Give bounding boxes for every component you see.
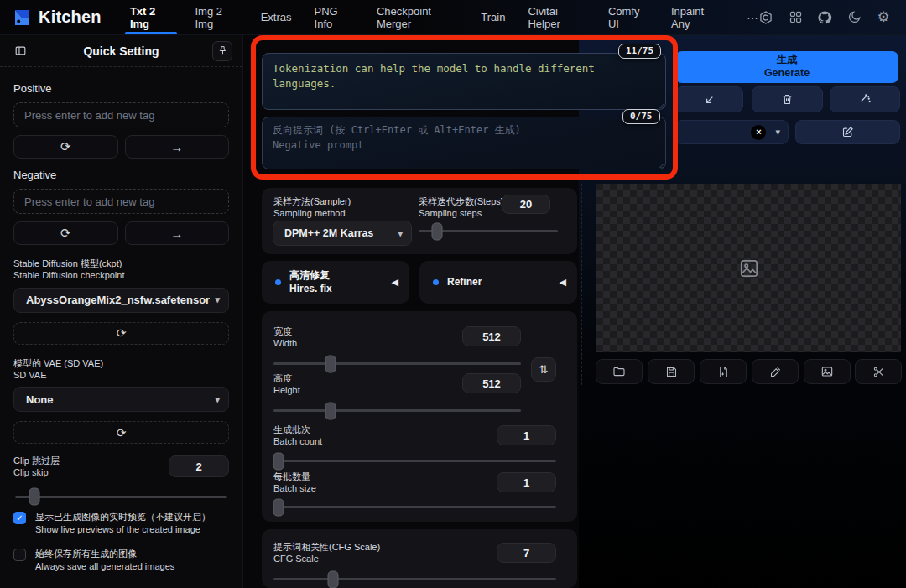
vae-label: 模型的 VAE (SD VAE) SD VAE	[13, 357, 229, 382]
sampler-dropdown[interactable]: DPM++ 2M Karras ▾	[273, 221, 412, 246]
save-image-button[interactable]	[648, 359, 695, 384]
negative-prompt-textarea[interactable]	[262, 117, 666, 169]
paste-prompt-button[interactable]	[675, 86, 743, 112]
github-icon[interactable]	[817, 10, 832, 25]
vae-refresh-button[interactable]: ⟳	[13, 421, 229, 444]
cfg-value[interactable]: 7	[497, 543, 556, 563]
apply-styles-button[interactable]	[830, 86, 900, 112]
width-value[interactable]: 512	[462, 326, 521, 346]
refiner-label: Refiner	[447, 276, 482, 289]
sampler-label-en: Sampling method	[273, 207, 351, 219]
chevron-down-icon: ▾	[398, 228, 403, 239]
live-preview-checkbox[interactable]: ✓	[13, 512, 26, 524]
checkpoint-label-zh: Stable Diffusion 模型(ckpt)	[13, 258, 229, 269]
steps-slider-thumb[interactable]	[431, 222, 442, 240]
tabs-overflow-button[interactable]: ···	[747, 11, 758, 24]
steps-slider[interactable]	[419, 230, 558, 232]
steps-value[interactable]: 20	[502, 195, 550, 214]
negative-tag-input[interactable]	[13, 189, 229, 214]
batch-count-slider-thumb[interactable]	[273, 452, 284, 470]
collapse-triangle-icon[interactable]: ◀	[392, 277, 398, 288]
sampler-value: DPM++ 2M Karras	[284, 227, 393, 239]
positive-apply-button[interactable]: →	[125, 135, 230, 159]
live-preview-checkbox-row[interactable]: ✓ 显示已生成图像的实时预览（不建议开启） Show live previews…	[13, 511, 229, 536]
negative-apply-button[interactable]: →	[125, 221, 230, 245]
batch-count-label-zh: 生成批次	[273, 424, 322, 435]
hires-label: 高清修复 Hires. fix	[289, 269, 332, 295]
clear-styles-icon[interactable]: ×	[751, 125, 766, 140]
settings-gear-icon[interactable]: ⚙	[876, 10, 891, 25]
kitchen-logo-icon	[12, 8, 32, 28]
swap-dimensions-button[interactable]: ⇅	[531, 357, 556, 382]
height-value[interactable]: 512	[462, 373, 521, 393]
negative-label: Negative	[13, 169, 229, 181]
send-to-img2img-button[interactable]	[752, 359, 799, 384]
open-folder-button[interactable]	[596, 359, 643, 384]
generate-button[interactable]: 生成 Generate	[675, 51, 898, 83]
tab-checkpoint-merger[interactable]: Checkpoint Merger	[377, 0, 458, 34]
dark-mode-icon[interactable]	[846, 10, 862, 25]
hires-fix-accordion[interactable]: 高清修复 Hires. fix ◀	[262, 261, 409, 304]
tab-civitai-helper[interactable]: Civitai Helper	[528, 0, 586, 34]
height-slider-thumb[interactable]	[325, 402, 336, 419]
tab-img2img[interactable]: Img 2 Img	[195, 0, 237, 34]
apps-grid-icon[interactable]	[788, 10, 803, 25]
resize-handle-icon[interactable]: ◿	[659, 162, 664, 168]
tab-png-info[interactable]: PNG Info	[315, 0, 354, 34]
pin-icon[interactable]	[212, 41, 232, 61]
pen-icon	[769, 366, 782, 378]
tab-txt2img[interactable]: Txt 2 Img	[130, 0, 173, 34]
positive-tag-input[interactable]	[13, 102, 229, 127]
tab-extras[interactable]: Extras	[261, 0, 292, 34]
batch-count-slider[interactable]	[273, 460, 556, 462]
clip-skip-slider-thumb[interactable]	[29, 488, 39, 506]
civitai-icon[interactable]	[758, 10, 773, 25]
sampler-label-zh: 采样方法(Sampler)	[273, 195, 351, 207]
cfg-slider-thumb[interactable]	[327, 570, 338, 588]
image-preview-area[interactable]	[596, 184, 901, 352]
negative-refresh-button[interactable]: ⟳	[13, 221, 118, 245]
positive-refresh-button[interactable]: ⟳	[13, 135, 118, 159]
batch-size-slider-thumb[interactable]	[273, 498, 284, 516]
tab-inpaint-anything[interactable]: Inpaint Any	[671, 0, 719, 34]
batch-size-slider[interactable]	[273, 506, 556, 508]
checkpoint-refresh-button[interactable]: ⟳	[13, 322, 229, 345]
save-floppy-icon	[665, 366, 678, 378]
always-save-label-zh: 始终保存所有生成的图像	[35, 548, 174, 560]
chevron-down-icon: ▾	[215, 394, 220, 405]
always-save-checkbox[interactable]	[13, 549, 26, 561]
clear-prompt-button[interactable]	[752, 86, 823, 112]
file-archive-icon	[717, 366, 730, 378]
styles-dropdown[interactable]: × ▾	[675, 120, 789, 144]
positive-prompt-textarea[interactable]: Tokenization can help the model to handl…	[262, 53, 666, 110]
collapse-panel-icon[interactable]	[10, 41, 30, 61]
collapse-triangle-icon[interactable]: ◀	[560, 277, 566, 288]
width-slider-thumb[interactable]	[325, 355, 336, 372]
tab-comfy-ui[interactable]: Comfy UI	[608, 0, 648, 34]
clip-skip-value[interactable]: 2	[169, 455, 229, 477]
clip-skip-slider[interactable]	[15, 496, 227, 498]
vae-label-en: SD VAE	[13, 369, 229, 381]
cfg-label: 提示词相关性(CFG Scale) CFG Scale	[273, 541, 380, 565]
cfg-scale-card: 提示词相关性(CFG Scale) CFG Scale 7	[262, 529, 577, 588]
batch-size-value[interactable]: 1	[497, 472, 556, 492]
checkpoint-dropdown[interactable]: AbyssOrangeMix2_nsfw.safetensors [087329…	[13, 288, 229, 313]
width-label: 宽度 Width	[273, 325, 297, 350]
resize-handle-icon[interactable]: ◿	[659, 102, 664, 108]
save-zip-button[interactable]	[700, 359, 747, 384]
cfg-slider[interactable]	[273, 578, 556, 580]
cfg-label-en: CFG Scale	[273, 553, 380, 565]
tab-train[interactable]: Train	[481, 0, 505, 34]
batch-count-value[interactable]: 1	[497, 425, 556, 445]
vae-dropdown[interactable]: None ▾	[13, 387, 229, 412]
width-slider[interactable]	[273, 362, 521, 365]
send-to-inpaint-button[interactable]	[804, 359, 851, 384]
dimensions-card: 宽度 Width 512 ⇅ 高度 Height 512 生成批次 Batch …	[262, 311, 577, 522]
edit-styles-button[interactable]	[795, 120, 900, 144]
refiner-accordion[interactable]: Refiner ◀	[419, 261, 577, 304]
height-slider[interactable]	[273, 409, 521, 412]
hires-label-en: Hires. fix	[289, 283, 332, 296]
vae-label-zh: 模型的 VAE (SD VAE)	[13, 357, 229, 369]
always-save-checkbox-row[interactable]: 始终保存所有生成的图像 Always save all generated im…	[13, 548, 229, 573]
send-to-extras-button[interactable]	[855, 359, 902, 384]
